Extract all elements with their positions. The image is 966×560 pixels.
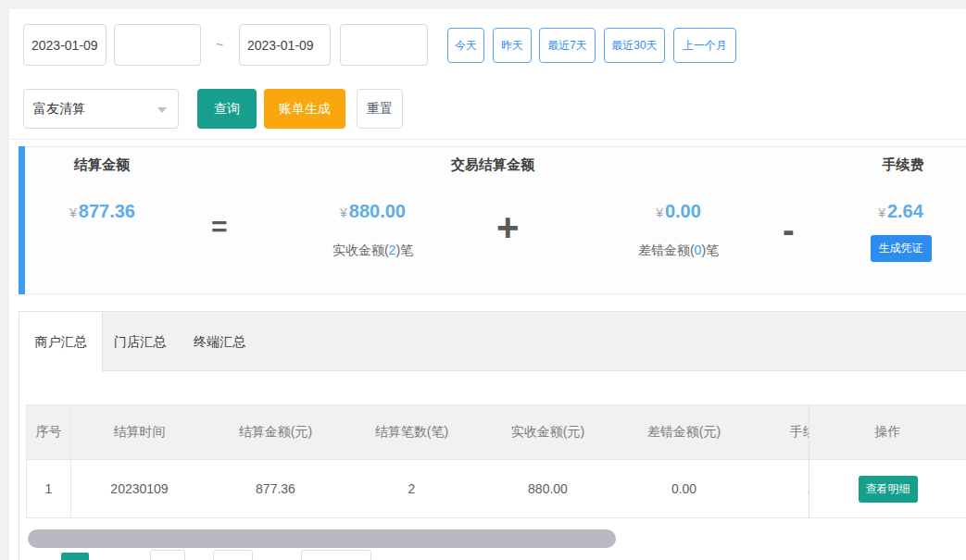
page-edge-top	[0, 0, 966, 9]
start-time-input[interactable]	[114, 24, 201, 66]
header-settle-count: 结算笔数(笔)	[344, 405, 480, 459]
equals-operator: =	[211, 211, 228, 243]
error-amount-group: ¥0.00 差错金额(0)笔	[602, 201, 755, 259]
cell-error-amount: 0.00	[616, 460, 752, 517]
received-amount-number: 880.00	[349, 201, 406, 221]
cell-action: 查看明细	[809, 460, 966, 518]
channel-select-value: 富友清算	[33, 101, 85, 116]
end-date-input[interactable]	[239, 24, 331, 66]
quick-range-last7days-button[interactable]: 最近7天	[539, 28, 596, 63]
currency-symbol: ¥	[656, 205, 663, 220]
date-range-separator: ~	[216, 37, 223, 52]
cell-settle-count: 2	[344, 460, 480, 517]
cell-index: 1	[27, 460, 71, 517]
fee-label: 手续费	[871, 156, 935, 174]
error-amount-value: ¥0.00	[602, 201, 755, 222]
filter-divider	[9, 139, 966, 140]
tab-merchant-summary[interactable]: 商户汇总	[19, 312, 103, 372]
header-settle-amount: 结算金额(元)	[207, 405, 344, 459]
end-time-input[interactable]	[340, 24, 428, 66]
generate-voucher-button[interactable]: 生成凭证	[871, 235, 932, 262]
horizontal-scrollbar-thumb[interactable]	[28, 529, 616, 548]
plus-operator: +	[496, 205, 520, 250]
quick-range-yesterday-button[interactable]: 昨天	[493, 28, 532, 63]
currency-symbol: ¥	[69, 205, 77, 220]
pagination-page-size-select[interactable]	[301, 550, 371, 560]
settlement-page: ~ 今天 昨天 最近7天 最近30天 上一个月 富友清算 查询 账单生成 重置 …	[0, 0, 966, 560]
minus-operator: -	[783, 211, 795, 251]
quick-range-lastmonth-button[interactable]: 上一个月	[673, 28, 736, 63]
pagination-button-2[interactable]	[213, 550, 253, 560]
fee-group: ¥2.64 生成凭证	[847, 201, 954, 262]
cell-received-amount: 880.00	[480, 460, 616, 517]
reset-button[interactable]: 重置	[357, 89, 403, 129]
fixed-action-column: 操作 查看明细	[809, 404, 966, 518]
cell-settle-date: 20230109	[71, 460, 207, 517]
chevron-down-icon	[157, 107, 167, 113]
start-date-input[interactable]	[23, 24, 107, 66]
settle-amount-value: ¥877.36	[69, 201, 135, 222]
header-action: 操作	[809, 404, 966, 460]
fee-amount-number: 2.64	[887, 201, 923, 221]
settle-amount-number: 877.36	[79, 201, 135, 221]
quick-range-today-button[interactable]: 今天	[447, 28, 484, 63]
quick-range-last30days-button[interactable]: 最近30天	[604, 28, 665, 63]
search-button[interactable]: 查询	[197, 89, 257, 129]
received-amount-group: ¥880.00 实收金额(2)笔	[296, 201, 449, 259]
fee-amount-value: ¥2.64	[847, 201, 954, 222]
channel-select[interactable]: 富友清算	[23, 89, 179, 129]
header-index: 序号	[27, 405, 71, 459]
received-count-label: 实收金额(2)笔	[296, 243, 449, 259]
settle-amount-label: 结算金额	[74, 156, 130, 174]
received-amount-value: ¥880.00	[296, 201, 449, 222]
error-count-label: 差错金额(0)笔	[602, 243, 755, 259]
pagination-button-1[interactable]	[150, 550, 185, 560]
view-detail-button[interactable]: 查看明细	[859, 476, 918, 503]
currency-symbol: ¥	[878, 205, 885, 220]
cell-settle-amount: 877.36	[207, 460, 344, 517]
page-edge-left	[0, 0, 9, 560]
header-error-amount: 差错金额(元)	[616, 405, 752, 459]
summary-accent-bar	[19, 146, 25, 294]
header-settle-date: 结算时间	[71, 405, 207, 459]
header-received-amount: 实收金额(元)	[480, 405, 616, 459]
currency-symbol: ¥	[340, 205, 347, 220]
pagination-active-page[interactable]	[61, 553, 89, 560]
trade-settle-amount-label: 交易结算金额	[423, 156, 562, 174]
tab-store-summary[interactable]: 门店汇总	[103, 312, 177, 371]
error-amount-number: 0.00	[665, 201, 701, 221]
tab-terminal-summary[interactable]: 终端汇总	[177, 312, 262, 371]
generate-bill-button[interactable]: 账单生成	[264, 89, 345, 129]
